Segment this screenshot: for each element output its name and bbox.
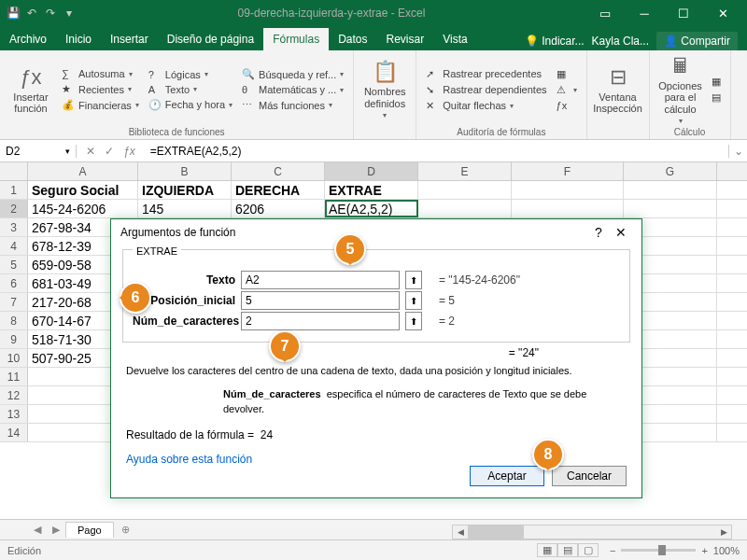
row-header[interactable]: 10	[0, 349, 28, 367]
cell[interactable]: AE(A2,5,2)	[325, 200, 418, 217]
trace-precedents-button[interactable]: ➚Rastrear precedentes	[424, 67, 548, 81]
cell[interactable]: 6206	[232, 200, 325, 217]
cell[interactable]: 145	[138, 200, 232, 217]
view-buttons[interactable]: ▦▤▢	[537, 543, 599, 557]
date-button[interactable]: 🕐Fecha y hora	[147, 98, 234, 112]
undo-icon[interactable]: ↶	[24, 7, 39, 20]
row-header[interactable]: 8	[0, 312, 28, 329]
expand-formula-icon[interactable]: ⌄	[728, 145, 747, 158]
row-header[interactable]: 9	[0, 330, 28, 348]
zoom-out-icon[interactable]: −	[610, 545, 615, 556]
cell[interactable]	[418, 200, 512, 217]
pos-input[interactable]	[241, 291, 400, 310]
fx-icon[interactable]: ƒx	[123, 145, 135, 158]
error-check-icon[interactable]: ⚠	[555, 83, 579, 97]
cell[interactable]	[512, 181, 624, 199]
show-formulas-icon[interactable]: ▦	[555, 67, 579, 81]
row-header[interactable]: 12	[0, 386, 28, 404]
ok-button[interactable]: Aceptar	[470, 466, 544, 486]
redo-icon[interactable]: ↷	[43, 7, 58, 20]
financial-button[interactable]: 💰Financieras	[60, 98, 141, 112]
col-header[interactable]: B	[138, 162, 232, 180]
close-dialog-icon[interactable]: ✕	[610, 225, 632, 240]
row-header[interactable]: 14	[0, 424, 28, 441]
col-header[interactable]: A	[28, 162, 138, 180]
text-button[interactable]: ATexto	[147, 83, 234, 96]
horizontal-scrollbar[interactable]: ◀▶	[452, 525, 732, 539]
more-button[interactable]: ⋯Más funciones	[240, 98, 345, 112]
zoom-level[interactable]: 100%	[713, 545, 740, 556]
row-header[interactable]: 4	[0, 237, 28, 255]
cell[interactable]: 145-24-6206	[28, 200, 138, 217]
tab-archivo[interactable]: Archivo	[0, 28, 56, 50]
row-header[interactable]: 1	[0, 181, 28, 199]
defined-names-button[interactable]: 📋 Nombres definidos	[361, 54, 408, 125]
tab-formulas[interactable]: Fórmulas	[263, 28, 329, 50]
sheet-tab[interactable]: Pago	[65, 522, 114, 538]
cell[interactable]	[418, 181, 512, 199]
math-button[interactable]: θMatemáticas y ...	[240, 83, 345, 96]
help-icon[interactable]: ?	[587, 225, 610, 240]
sheet-nav-next-icon[interactable]: ▶	[47, 524, 65, 536]
tab-inicio[interactable]: Inicio	[56, 28, 101, 50]
tab-vista[interactable]: Vista	[433, 28, 476, 50]
cancel-button[interactable]: Cancelar	[552, 466, 627, 486]
row-header[interactable]: 2	[0, 200, 28, 217]
row-header[interactable]: 3	[0, 218, 28, 236]
num-input[interactable]	[241, 312, 400, 330]
user-name[interactable]: Kayla Cla...	[592, 35, 649, 48]
new-sheet-icon[interactable]: ⊕	[114, 524, 137, 536]
col-header[interactable]: G	[624, 162, 717, 180]
trace-dependents-button[interactable]: ➘Rastrear dependientes	[424, 83, 548, 97]
ref-picker-icon[interactable]: ⬆	[405, 271, 422, 289]
row-header[interactable]: 13	[0, 405, 28, 423]
lookup-button[interactable]: 🔍Búsqueda y ref...	[240, 67, 345, 81]
cell[interactable]: DERECHA	[232, 181, 325, 199]
cell[interactable]	[512, 200, 624, 217]
enter-formula-icon[interactable]: ✓	[105, 145, 114, 158]
tab-diseno[interactable]: Diseño de página	[158, 28, 263, 50]
cell[interactable]: EXTRAE	[325, 181, 418, 199]
remove-arrows-button[interactable]: ✕Quitar flechas	[424, 99, 548, 113]
calc-options-button[interactable]: 🖩Opciones para el cálculo	[657, 54, 704, 125]
evaluate-icon[interactable]: ƒx	[555, 99, 579, 112]
formula-input[interactable]: =EXTRAE(A2,5,2)	[145, 145, 728, 158]
row-header[interactable]: 11	[0, 368, 28, 385]
minimize-icon[interactable]: ─	[626, 0, 663, 26]
sheet-nav-prev-icon[interactable]: ◀	[28, 524, 47, 536]
col-header[interactable]: C	[232, 162, 325, 180]
cell[interactable]	[624, 181, 717, 199]
ref-picker-icon[interactable]: ⬆	[405, 312, 422, 330]
logic-button[interactable]: ?Lógicas	[147, 68, 234, 81]
cell[interactable]: IZQUIERDA	[138, 181, 232, 199]
qat-dropdown-icon[interactable]: ▾	[62, 7, 77, 20]
ribbon-options-icon[interactable]: ▭	[586, 0, 624, 26]
cell[interactable]: Seguro Social	[28, 181, 138, 199]
recent-button[interactable]: ★Recientes	[60, 82, 141, 96]
maximize-icon[interactable]: ☐	[665, 0, 702, 26]
share-button[interactable]: 👤 Compartir	[656, 32, 738, 50]
tab-insertar[interactable]: Insertar	[101, 28, 158, 50]
tab-revisar[interactable]: Revisar	[377, 28, 434, 50]
insert-function-button[interactable]: ƒx Insertar función	[7, 54, 54, 125]
select-all-corner[interactable]	[0, 162, 28, 180]
name-box[interactable]: D2▾	[0, 145, 77, 158]
calc-sheet-icon[interactable]: ▤	[710, 91, 723, 105]
close-icon[interactable]: ✕	[704, 0, 741, 26]
tab-datos[interactable]: Datos	[329, 28, 376, 50]
zoom-slider[interactable]	[621, 549, 696, 552]
cancel-formula-icon[interactable]: ✕	[86, 145, 95, 158]
row-header[interactable]: 6	[0, 274, 28, 292]
calc-now-icon[interactable]: ▦	[710, 75, 723, 89]
col-header[interactable]: D	[325, 162, 418, 180]
zoom-control[interactable]: − + 100%	[610, 545, 740, 556]
col-header[interactable]: F	[512, 162, 624, 180]
ref-picker-icon[interactable]: ⬆	[405, 291, 422, 310]
tell-me[interactable]: 💡 Indicar...	[525, 35, 585, 48]
watch-window-button[interactable]: ⊟Ventana Inspección	[595, 54, 641, 125]
col-header[interactable]: E	[418, 162, 512, 180]
texto-input[interactable]	[241, 271, 400, 289]
cell[interactable]	[624, 200, 717, 217]
save-icon[interactable]: 💾	[6, 7, 21, 20]
row-header[interactable]: 7	[0, 293, 28, 311]
